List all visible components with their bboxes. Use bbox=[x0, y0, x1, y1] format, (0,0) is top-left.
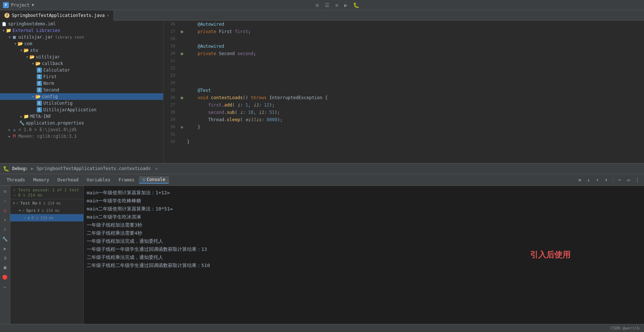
second-label: Second bbox=[43, 87, 59, 93]
tree-item-stu[interactable]: ▼ 📂 stu bbox=[0, 47, 163, 54]
line-num-19: 19 bbox=[163, 43, 178, 50]
debug-up-icon[interactable]: ⬆ bbox=[1, 225, 9, 234]
debug-tab-frames[interactable]: Frames bbox=[115, 177, 138, 183]
tab-bar: J SpringbootTestApplicationTests.java ✕ bbox=[0, 10, 644, 21]
debug-play-icon[interactable]: ▶ bbox=[1, 245, 9, 253]
debug-tab-console[interactable]: ▤ Console bbox=[139, 176, 169, 184]
code-content-26: void contextLoads() throws InterruptedEx… bbox=[186, 94, 644, 101]
toolbar-settings-icon[interactable]: ⚙ bbox=[316, 2, 319, 8]
line-num-27: 27 bbox=[163, 101, 178, 109]
debug-refresh-icon[interactable]: 🔴 bbox=[1, 273, 9, 281]
toolbar-more-icon[interactable]: ≡ bbox=[335, 2, 338, 8]
code-content-28: second.sub( i: 10, i1: 51); bbox=[186, 109, 644, 116]
code-content-29: Thread.sleep( millis: 8000); bbox=[186, 116, 644, 123]
debug-tab-memory[interactable]: Memory bbox=[30, 177, 53, 183]
test-item-0[interactable]: ▼ ✓ Test Re 8 s 214 ms bbox=[10, 199, 83, 207]
tree-item-utilsconfig[interactable]: C UtilsConfig bbox=[0, 100, 163, 107]
second-class-icon: C bbox=[37, 87, 42, 93]
code-content-30: } bbox=[186, 123, 644, 131]
debug-tab-threads[interactable]: Threads bbox=[3, 177, 29, 183]
code-editor-area: 16 @Autowired 17 ● private First first; … bbox=[163, 21, 644, 163]
tree-item-first[interactable]: C First bbox=[0, 73, 163, 80]
tree-item-maven[interactable]: ▶ M Maven: cglib:cglib:3.1 bbox=[0, 133, 163, 140]
tree-item-jdk[interactable]: ▶ ☕ < 1.8 > E:\java1.8\jdk bbox=[0, 126, 163, 133]
code-content-25: @Test bbox=[186, 87, 644, 94]
code-editor[interactable]: 16 @Autowired 17 ● private First first; … bbox=[163, 21, 644, 163]
test-item-2[interactable]: ✓ c 8 s 214 ms bbox=[10, 214, 83, 221]
debug-left-icons: ⚙ ✓ ○ ⬇ ⬆ 🔧 ▶ ⏸ ⏹ 🔴 ✏ bbox=[0, 186, 10, 324]
utilsconfig-label: UtilsConfig bbox=[43, 101, 72, 106]
toolbar-list-icon[interactable]: ☰ bbox=[325, 2, 330, 8]
config-folder-icon: 📂 bbox=[35, 94, 40, 99]
test-item-1[interactable]: ▼ ✓ Spri 8 s 214 ms bbox=[10, 207, 83, 214]
calculator-label: Calculator bbox=[43, 68, 70, 73]
console-output[interactable]: main一年级使用计算器算加法：1+12= main一年级学生吃棒棒糖 main… bbox=[84, 186, 644, 324]
debug-close-btn[interactable]: ✕ bbox=[155, 166, 158, 171]
debug-panel: 🐛 Debug: ▶ SpringbootTestApplicationTest… bbox=[0, 163, 644, 332]
toolbar-run-icon[interactable]: ▶ bbox=[344, 2, 347, 8]
console-more-btn[interactable]: ⋮ bbox=[634, 176, 641, 184]
tab-close-button[interactable]: ✕ bbox=[107, 13, 109, 17]
debug-tool-icon[interactable]: 🔧 bbox=[1, 235, 9, 243]
code-line-22: 22 bbox=[163, 65, 644, 72]
debug-stop-icon[interactable]: ○ bbox=[1, 206, 9, 214]
debug-paint-icon[interactable]: ✏ bbox=[1, 283, 9, 291]
code-line-31: 31 bbox=[163, 131, 644, 138]
tree-item-iml[interactable]: 📄 springbootdemo.iml bbox=[0, 21, 163, 27]
debug-filter-icon[interactable]: ⏹ bbox=[1, 264, 9, 272]
uitilsjar-inner-icon: 📂 bbox=[29, 54, 35, 59]
tree-item-uitilsjar-inner[interactable]: ▼ 📂 uitilsjar bbox=[0, 54, 163, 60]
tree-item-com[interactable]: ▼ 📂 com bbox=[0, 40, 163, 47]
test-item-1-arrow: ▼ bbox=[18, 208, 22, 213]
tree-item-metainf[interactable]: ▶ 📁 META-INF bbox=[0, 113, 163, 120]
line-num-28: 28 bbox=[163, 109, 178, 116]
com-folder-icon: 📂 bbox=[18, 41, 23, 46]
line-num-26: 26 bbox=[163, 94, 178, 101]
tab-label: SpringbootTestApplicationTests.java bbox=[12, 13, 105, 18]
uitilsjarapp-class-icon: C bbox=[37, 107, 42, 112]
tab-springboot-tests[interactable]: J SpringbootTestApplicationTests.java ✕ bbox=[0, 10, 114, 21]
debug-pause-icon[interactable]: ⏸ bbox=[1, 254, 9, 262]
com-arrow: ▼ bbox=[13, 42, 18, 46]
project-sidebar: 📄 springbootdemo.iml ▼ 📁 External Librar… bbox=[0, 21, 163, 163]
console-menu-btn[interactable]: ≡ bbox=[576, 176, 583, 184]
debug-tab-overhead[interactable]: Overhead bbox=[54, 177, 82, 183]
debug-session-icon: ▶ bbox=[31, 166, 33, 171]
debug-tab-variables[interactable]: Variables bbox=[83, 177, 114, 183]
code-content-16: @Autowired bbox=[186, 21, 644, 28]
console-scroll-down-btn[interactable]: ↓ bbox=[585, 176, 592, 184]
tree-item-appprops[interactable]: 🔧 application.properties bbox=[0, 120, 163, 126]
console-clear-btn[interactable]: ✂ bbox=[616, 176, 623, 184]
code-content-18 bbox=[186, 35, 644, 43]
tree-item-extlibs[interactable]: ▼ 📁 External Libraries bbox=[0, 27, 163, 34]
toolbar-debug-icon[interactable]: 🐛 bbox=[353, 2, 359, 8]
tree-item-config[interactable]: ▼ 📂 config bbox=[0, 93, 163, 100]
tests-passed-label: ✓ Tests passed: 1 of 1 test – 8 s 214 ms bbox=[13, 188, 79, 198]
console-line-9: 二年级子线程乘法完成，通知委托人 bbox=[87, 253, 641, 261]
debug-settings-icon[interactable]: ⚙ bbox=[1, 187, 9, 195]
tree-item-calculator[interactable]: C Calculator bbox=[0, 67, 163, 73]
appprops-label: application.properties bbox=[26, 120, 84, 126]
code-line-18: 18 bbox=[163, 35, 644, 43]
debug-check-icon[interactable]: ✓ bbox=[1, 197, 9, 205]
debug-label: Debug: bbox=[12, 166, 28, 171]
stu-label: stu bbox=[30, 48, 38, 53]
debug-test-name[interactable]: SpringbootTestApplicationTests.contextLo… bbox=[37, 166, 151, 171]
tree-item-uitilsjarapp[interactable]: C UitilsjarApplication bbox=[0, 107, 163, 113]
tree-item-second[interactable]: C Second bbox=[0, 87, 163, 93]
uitilsjarapp-label: UitilsjarApplication bbox=[43, 107, 97, 112]
project-label[interactable]: Project bbox=[11, 3, 30, 8]
line-num-17: 17 bbox=[163, 28, 178, 35]
tree-item-callback[interactable]: ▼ 📂 callback bbox=[0, 60, 163, 67]
test-item-0-arrow: ▼ bbox=[12, 201, 16, 205]
code-line-26: 26 ● void contextLoads() throws Interrup… bbox=[163, 94, 644, 101]
tree-item-uitilsjar[interactable]: ▼ ▦ uitilsjar.jar library root bbox=[0, 34, 163, 40]
console-scroll-top-btn[interactable]: ⬆ bbox=[602, 176, 610, 184]
test-item-2-time: 8 s 214 ms bbox=[32, 216, 54, 220]
console-scroll-up-btn[interactable]: ↑ bbox=[594, 176, 601, 184]
line-num-29: 29 bbox=[163, 116, 178, 123]
console-split-btn[interactable]: ▭ bbox=[625, 176, 632, 184]
tree-item-norm[interactable]: C Norm bbox=[0, 80, 163, 87]
debug-down-icon[interactable]: ⬇ bbox=[1, 216, 9, 224]
uitilsjar-inner-label: uitilsjar bbox=[36, 54, 60, 59]
